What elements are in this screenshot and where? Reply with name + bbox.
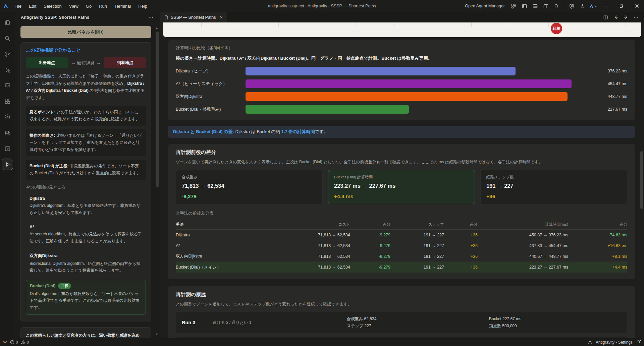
bar-row-bidirectional: 双方向Dijkstra 448.77 ms [176,92,627,101]
graph-map-bottom: 到着 [163,22,641,37]
toggle-panel-bottom-icon[interactable] [530,2,540,10]
history-description: どの順番でゾーンを追加して、コストやステップ数がどう変わったかを連続して確認でき… [176,301,627,307]
table-row-astar: A* 71,813 → 62,534 -9,279 191 → 227 +36 … [176,240,627,251]
notifications-bell-icon[interactable] [636,340,641,345]
sidebar-scroll-down-icon[interactable]: ▼ [155,333,158,336]
antigravity-settings-button[interactable]: Antigravity - Settings [596,340,633,345]
menu-go[interactable]: Go [83,2,95,10]
menu-view[interactable]: View [66,2,82,10]
table-row-dijkstra: Dijkstra 71,813 → 62,534 -9,279 191 → 22… [176,230,627,240]
antigravity-logo-icon [0,4,11,8]
recalc-stat-cards: 合成重み 71,813 → 62,534 -9,279 Bucket (Dial… [176,170,627,204]
menu-help[interactable]: Help [135,2,150,10]
editor-scrollbar[interactable] [640,151,643,209]
bar-row-astar: A*（ヒューリスティック） 454.47 ms [176,79,627,88]
preview-icon[interactable] [2,143,13,154]
source-control-icon[interactable] [2,48,13,60]
hero-badge: 主役 [58,283,71,289]
run-row-2: Run 2 避ける 3 / 通りたい 0 合成重み 71,813ステップ 191… [176,337,627,338]
history-icon[interactable] [2,111,13,123]
agent-chat-icon[interactable] [2,80,13,91]
bar-row-bucket: Bucket (Dial・整数重み) 227.67 ms [176,105,627,114]
menu-run[interactable]: Run [96,2,110,10]
sidebar-title: Antigravity SSSP: Shortest Paths [21,15,89,20]
minimize-button[interactable] [599,0,613,12]
search-icon[interactable] [552,2,561,10]
antigravity-menu-icon[interactable] [588,2,598,10]
sssp-run-icon[interactable] [2,159,13,170]
run-history-list: Run 3 避ける 3 / 通りたい 1 合成重み 62,534ステップ 227… [176,312,627,338]
chevron-down-icon [594,5,597,8]
menu-file[interactable]: File [11,2,24,10]
search-icon[interactable] [2,33,13,44]
sidebar-scroll-up-icon[interactable]: ▲ [155,26,158,30]
editor-actions: ⋯ [602,12,644,22]
close-window-button[interactable] [630,0,644,12]
route-flow: 出発地点 → 最短経路 → 到着地点 [26,57,146,68]
navigate-back-icon[interactable] [612,14,620,21]
split-editor-icon[interactable] [602,14,610,21]
intro-description: この拡張機能は、人工的に作った「格子 + 幹線」の重み付きグラフ上で、出発地点か… [26,73,146,102]
diff-table: 手法 コスト 差分 ステップ 差分 計算時間(ms) 差分 Dijkstra 7… [176,220,627,273]
settings-warning-icon [588,340,592,345]
sidebar-panel: Antigravity SSSP: Shortest Paths ⋯ 比較パネル… [15,12,160,338]
errors-icon [10,340,14,344]
titlebar-divider [564,3,564,9]
open-agent-manager-button[interactable]: Open Agent Manager [465,4,505,8]
theory-dijkstra: Dijkstra Dijkstra's algorithm。基本となる最短経路法… [26,193,146,219]
start-point-badge: 出発地点 [26,57,68,68]
sidebar-scrollbar[interactable] [156,32,159,187]
recalc-history-card: 再計測の履歴 どの順番でゾーンを追加して、コストやステップ数がどう変わったかを連… [168,286,635,338]
credits-card: この素晴らしい論文と研究者の方々に、深い敬意と感謝を込めて： 本拡張機能「論文『… [20,327,151,338]
bar-astar [246,79,572,88]
goal-point-badge: 到着地点 [104,57,146,68]
more-actions-icon[interactable]: ⋯ [632,14,640,21]
open-compare-panel-button[interactable]: 比較パネルを開く [20,26,151,38]
arrive-badge: 到着 [551,23,562,34]
run-row-3: Run 3 避ける 3 / 通りたい 1 合成重み 62,534ステップ 227… [176,312,627,333]
warnings-icon [21,340,25,344]
restore-button[interactable] [614,0,629,12]
tab-label: SSSP — Shortest Paths [171,15,216,20]
tab-close-icon[interactable]: ✕ [220,15,223,20]
window-title: antigravity-sssp-ext - Antigravity - SSS… [268,4,376,8]
menu-terminal[interactable]: Terminal [111,2,134,10]
history-heading: 再計測の履歴 [176,291,627,298]
activity-bar [0,12,15,338]
gear-icon[interactable] [578,2,587,10]
dijkstra-bucket-gap-note: Dijkstra と Bucket (Dial) の差: Dijkstra は … [168,126,635,138]
layout-icon[interactable] [509,2,518,10]
comments-icon[interactable] [2,127,13,138]
problems-indicator[interactable]: 0 0 [10,340,29,345]
stat-card-weight: 合成重み 71,813 → 62,534 -9,279 [176,170,323,204]
remote-indicator-icon[interactable]: >< [3,340,7,345]
recalc-description: ゾーンを置いて再計測したときの変化を大きく表示します。主役は Bucket (D… [176,159,627,165]
diff-table-header: 手法 コスト 差分 ステップ 差分 計算時間(ms) 差分 [176,220,627,230]
editor-area: SSSP — Shortest Paths ✕ ⋯ [160,12,644,338]
shield-icon[interactable] [567,2,576,10]
sidebar-more-actions-icon[interactable]: ⋯ [146,14,155,20]
menu-bar: File Edit Selection View Go Run Terminal… [11,2,150,10]
extensions-icon[interactable] [2,96,13,107]
toggle-panel-left-icon[interactable] [520,2,529,10]
navigate-forward-icon[interactable] [622,14,630,21]
bar-dijkstra [246,67,516,75]
status-bar: >< 0 0 Antigravity - Settings [0,338,644,346]
stat-card-steps: 経路ステップ数 191 → 227 +36 [480,170,627,204]
menu-selection[interactable]: Selection [41,2,64,10]
point-bucket-hero: Bucket (Dial) が主役: 非負整数重みの条件では、ソート不要の Bu… [26,160,146,180]
explorer-icon[interactable] [2,17,13,28]
point-watch: 見るポイント: どの手法が速いか、どのくらい同じコストに収束するか、経路がどう変… [26,106,146,126]
diff-table-label: 全手法の前後差分表 [176,211,627,216]
sidebar-header: Antigravity SSSP: Shortest Paths ⋯ [15,12,160,23]
table-row-bidirectional: 双方向Dijkstra 71,813 → 62,534 -9,279 191 →… [176,251,627,262]
intro-heading: この拡張機能で分かること [26,47,146,53]
tab-sssp[interactable]: SSSP — Shortest Paths ✕ [160,12,227,22]
menu-edit[interactable]: Edit [26,2,39,10]
warnings-count: 0 [27,340,29,345]
file-icon [164,15,168,19]
run-debug-icon[interactable] [2,64,13,75]
theory-bucket-dial: Bucket (Dial)主役 Dial's algorithm。重みが非負整数… [26,280,146,314]
title-bar: File Edit Selection View Go Run Terminal… [0,0,644,12]
toggle-panel-right-icon[interactable] [541,2,550,10]
